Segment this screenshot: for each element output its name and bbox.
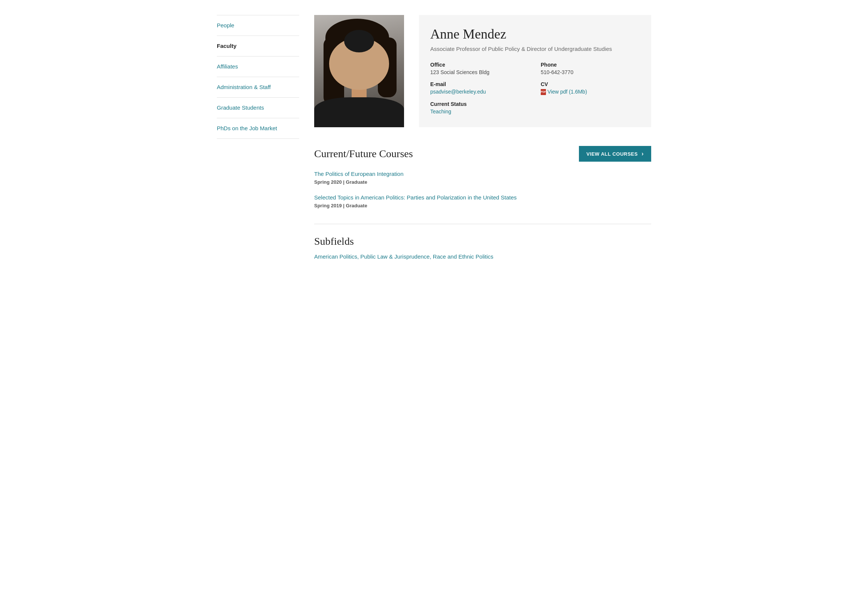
profile-details: Office 123 Social Sciences Bldg Phone 51…	[430, 62, 640, 115]
phone-value: 510-642-3770	[541, 69, 640, 75]
sidebar-item-faculty[interactable]: Faculty	[217, 36, 299, 57]
course-link-2[interactable]: Selected Topics in American Politics: Pa…	[314, 194, 651, 200]
office-value: 123 Social Sciences Bldg	[430, 69, 529, 75]
email-link[interactable]: psadvise@berkeley.edu	[430, 89, 529, 95]
sidebar-link-phds[interactable]: PhDs on the Job Market	[217, 125, 277, 132]
main-content: Anne Mendez Associate Professor of Publi…	[314, 15, 651, 583]
courses-section: Current/Future Courses VIEW ALL COURSES …	[314, 146, 651, 209]
course-item-1: The Politics of European Integration Spr…	[314, 170, 651, 185]
sidebar-link-affiliates[interactable]: Affiliates	[217, 63, 238, 70]
profile-title: Associate Professor of Public Policy & D…	[430, 45, 640, 53]
sidebar-item-phds[interactable]: PhDs on the Job Market	[217, 118, 299, 139]
cv-link[interactable]: PDFView pdf (1.6Mb)	[541, 89, 640, 95]
office-group: Office 123 Social Sciences Bldg	[430, 62, 529, 75]
sidebar: People Faculty Affiliates Administration…	[217, 15, 299, 583]
view-all-courses-button[interactable]: VIEW ALL COURSES ›	[579, 146, 651, 161]
divider	[314, 224, 651, 224]
sidebar-item-people[interactable]: People	[217, 15, 299, 36]
phone-label: Phone	[541, 62, 640, 68]
chevron-right-icon: ›	[642, 150, 644, 157]
subfields-title: Subfields	[314, 235, 651, 247]
status-value[interactable]: Teaching	[430, 109, 640, 115]
course-meta-1: Spring 2020 | Graduate	[314, 179, 367, 185]
sidebar-item-grad-students[interactable]: Graduate Students	[217, 98, 299, 118]
cv-label: CV	[541, 81, 640, 87]
sidebar-item-affiliates[interactable]: Affiliates	[217, 57, 299, 77]
status-group: Current Status Teaching	[430, 101, 640, 115]
email-label: E-mail	[430, 81, 529, 87]
sidebar-link-faculty[interactable]: Faculty	[217, 43, 237, 49]
sidebar-link-people[interactable]: People	[217, 22, 234, 28]
subfields-values[interactable]: American Politics, Public Law & Jurispru…	[314, 253, 651, 260]
courses-section-title: Current/Future Courses	[314, 148, 413, 160]
sidebar-item-admin-staff[interactable]: Administration & Staff	[217, 77, 299, 98]
course-item-2: Selected Topics in American Politics: Pa…	[314, 194, 651, 209]
profile-section: Anne Mendez Associate Professor of Publi…	[314, 15, 651, 127]
subfields-section: Subfields American Politics, Public Law …	[314, 235, 651, 260]
phone-group: Phone 510-642-3770	[541, 62, 640, 75]
courses-header: Current/Future Courses VIEW ALL COURSES …	[314, 146, 651, 161]
course-link-1[interactable]: The Politics of European Integration	[314, 170, 651, 177]
sidebar-link-grad-students[interactable]: Graduate Students	[217, 105, 264, 111]
course-meta-2: Spring 2019 | Graduate	[314, 203, 367, 208]
office-label: Office	[430, 62, 529, 68]
view-all-label: VIEW ALL COURSES	[586, 151, 638, 157]
cv-group: CV PDFView pdf (1.6Mb)	[541, 81, 640, 95]
profile-photo	[314, 15, 404, 127]
profile-info-card: Anne Mendez Associate Professor of Publi…	[419, 15, 651, 127]
email-group: E-mail psadvise@berkeley.edu	[430, 81, 529, 95]
profile-name: Anne Mendez	[430, 26, 640, 42]
pdf-icon: PDF	[541, 89, 546, 95]
sidebar-link-admin-staff[interactable]: Administration & Staff	[217, 84, 271, 90]
status-label: Current Status	[430, 101, 640, 107]
profile-photo-placeholder	[314, 15, 404, 127]
